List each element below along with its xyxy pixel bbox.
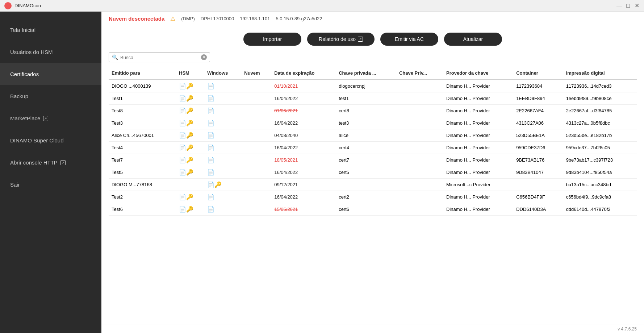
doc-icon: 📄 [179, 132, 186, 138]
col-header: HSM [176, 67, 204, 80]
cell-chave-priv [396, 129, 443, 142]
cell-emitido-para: Test7 [109, 154, 176, 166]
cell-hsm: 📄🔑 [176, 142, 204, 154]
sidebar-item-dinamo-super-cloud[interactable]: DINAMO Super Cloud [0, 129, 101, 151]
sidebar-item-sair[interactable]: Sair [0, 174, 101, 196]
close-button[interactable]: ✕ [634, 3, 640, 9]
table-row[interactable]: Test3📄🔑📄16/04/2022test3Dinamo H... Provi… [109, 117, 637, 129]
table-row[interactable]: DIOGO M...778168📄🔑09/12/2021Microsoft...… [109, 179, 637, 191]
connection-status: Nuvem desconectada [109, 16, 164, 22]
key-icon: 🔑 [186, 206, 193, 212]
sidebar-item-certificados[interactable]: Certificados [0, 63, 101, 85]
cell-provedor: Dinamo H... Provider [443, 117, 513, 129]
cell-emitido-para: Alice Cri...45670001 [109, 129, 176, 142]
table-row[interactable]: Alice Cri...45670001📄🔑📄04/08/2040aliceDi… [109, 129, 637, 142]
table-row[interactable]: Test5📄🔑📄16/04/2022cert5Dinamo H... Provi… [109, 166, 637, 179]
cell-data-expiracao: 09/12/2021 [271, 179, 336, 191]
doc-icon: 📄 [179, 206, 186, 212]
sidebar-item-marketplace[interactable]: MarketPlace [0, 107, 101, 129]
content-area: Nuvem desconectada ⚠ (DMP) DPHL17010000 … [101, 12, 644, 333]
minimize-button[interactable]: — [616, 3, 622, 9]
cell-chave-priv [396, 179, 443, 191]
cell-chave-priv [396, 80, 443, 92]
win-doc-icon: 📄 [207, 108, 214, 114]
import-button[interactable]: Importar [243, 33, 301, 46]
table-body: DIOGO ...4000139📄🔑📄01/10/2021diogocercnp… [109, 80, 637, 216]
cell-chave-priv [396, 92, 443, 105]
cell-emitido-para: Test4 [109, 142, 176, 154]
table-row[interactable]: Test8📄🔑📄01/06/2021cert8Dinamo H... Provi… [109, 105, 637, 117]
table-row[interactable]: Test2📄🔑📄16/04/2022cert2Dinamo H... Provi… [109, 191, 637, 203]
table-row[interactable]: DIOGO ...4000139📄🔑📄01/10/2021diogocercnp… [109, 80, 637, 92]
cell-chave-priv [396, 191, 443, 203]
sidebar-item-label: Sair [10, 182, 20, 188]
cell-container: C656BD4F9F [513, 191, 563, 203]
search-icon: 🔍 [112, 54, 118, 60]
titlebar: DINAMOcon — □ ✕ [0, 0, 644, 12]
cell-provedor: Dinamo H... Provider [443, 191, 513, 203]
sidebar-item-abrir-console[interactable]: Abrir console HTTP [0, 151, 101, 174]
cell-container: 1172393684 [513, 80, 563, 92]
doc-icon: 📄 [179, 83, 186, 89]
table-row[interactable]: Test4📄🔑📄16/04/2022cert4Dinamo H... Provi… [109, 142, 637, 154]
cell-provedor: Dinamo H... Provider [443, 105, 513, 117]
cell-container: 4313C27A06 [513, 117, 563, 129]
version-label: v 4.7.6.25 [618, 326, 637, 332]
window-controls: — □ ✕ [616, 3, 640, 9]
search-input[interactable] [120, 55, 201, 60]
cell-nuvem [241, 105, 271, 117]
cell-impressao-digital: ddd6140d...447870f2 [563, 203, 637, 216]
sidebar-item-label: Abrir console HTTP [10, 159, 58, 166]
cell-windows: 📄 [204, 80, 241, 92]
cell-windows: 📄 [204, 166, 241, 179]
update-button[interactable]: Atualizar [444, 33, 502, 46]
key-icon: 🔑 [186, 120, 193, 126]
key-icon: 🔑 [186, 95, 193, 101]
clear-search-button[interactable]: ✕ [201, 54, 207, 60]
key-icon: 🔑 [186, 145, 193, 151]
cell-provedor: Dinamo H... Provider [443, 80, 513, 92]
device-id: DPHL17010000 [201, 16, 234, 21]
sidebar-item-backup[interactable]: Backup [0, 85, 101, 107]
cell-container: DDD6140D3A [513, 203, 563, 216]
doc-icon: 📄 [179, 95, 186, 101]
win-doc-icon: 📄 [207, 132, 214, 138]
cell-chave-privada: cert2 [336, 191, 396, 203]
maximize-button[interactable]: □ [625, 3, 631, 9]
report-button[interactable]: Relatório de uso [307, 33, 375, 46]
emit-button[interactable]: Emitir via AC [380, 33, 438, 46]
key-icon: 🔑 [186, 83, 193, 89]
doc-icon: 📄 [179, 157, 186, 163]
cell-chave-privada: test3 [336, 117, 396, 129]
cell-windows: 📄 [204, 129, 241, 142]
sidebar-item-label: MarketPlace [10, 115, 40, 121]
cell-chave-privada: test1 [336, 92, 396, 105]
cell-provedor: Dinamo H... Provider [443, 154, 513, 166]
table-row[interactable]: Test1📄🔑📄16/04/2022test1Dinamo H... Provi… [109, 92, 637, 105]
cell-data-expiracao: 16/04/2022 [271, 117, 336, 129]
cell-data-expiracao: 01/10/2021 [271, 80, 336, 92]
cell-hsm: 📄🔑 [176, 191, 204, 203]
cell-data-expiracao: 16/04/2022 [271, 191, 336, 203]
cell-impressao-digital: 9d83b4104...f850f54a [563, 166, 637, 179]
cell-chave-priv [396, 166, 443, 179]
cell-windows: 📄 [204, 92, 241, 105]
sidebar-item-label: Backup [10, 93, 28, 99]
table-row[interactable]: Test6📄🔑📄15/05/2021cert6Dinamo H... Provi… [109, 203, 637, 216]
cell-nuvem [241, 166, 271, 179]
sidebar-item-tela-inicial[interactable]: Tela Inicial [0, 19, 101, 41]
cell-emitido-para: Test2 [109, 191, 176, 203]
certificates-table: Emitido paraHSMWindowsNuvemData de expir… [109, 67, 637, 216]
cell-data-expiracao: 18/05/2021 [271, 154, 336, 166]
sidebar-item-usuarios-hsm[interactable]: Usuários do HSM [0, 41, 101, 63]
certificates-table-container: Emitido paraHSMWindowsNuvemData de expir… [101, 67, 644, 325]
cell-chave-privada: cert4 [336, 142, 396, 154]
cell-hsm [176, 179, 204, 191]
cell-provedor: Dinamo H... Provider [443, 142, 513, 154]
cell-nuvem [241, 129, 271, 142]
col-header: Windows [204, 67, 241, 80]
table-row[interactable]: Test7📄🔑📄18/05/2021cert7Dinamo H... Provi… [109, 154, 637, 166]
cell-impressao-digital: ba13a15c...acc348bd [563, 179, 637, 191]
cell-windows: 📄🔑 [204, 179, 241, 191]
firmware-version: 5.0.15.0-89-g27a5d22 [276, 16, 322, 21]
